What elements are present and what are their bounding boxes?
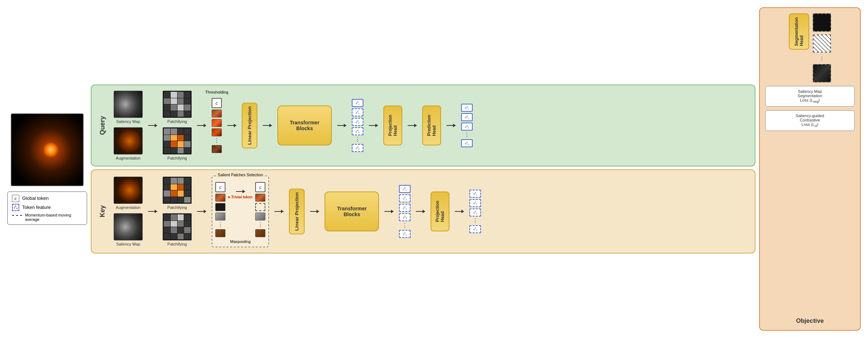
loss2-box: Saliency-guidedContrastiveLoss (Lcl) (765, 110, 855, 131)
query-patch1-label: Patchifying (167, 119, 187, 124)
salient-right-patch-n (255, 229, 265, 237)
key-arrow5 (384, 209, 394, 214)
key-arrow4 (310, 209, 319, 214)
on-key: okn (469, 225, 481, 233)
salient-right-patch-1 (255, 194, 265, 202)
loss1-label: Saliency MapSegmentationLoss (Lseg) (798, 89, 822, 102)
key-proj-head: ProjectionHead (431, 191, 449, 231)
token-patch-1 (212, 110, 222, 118)
key-patch-pair: Patchifying Patchifying (163, 177, 192, 246)
query-transformer-label: TransformerBlocks (290, 120, 319, 131)
left-section: c Global token zkn Token feature Momentu… (7, 114, 87, 225)
legend-item-global: c Global token (12, 195, 82, 202)
key-panel: Key Augmentation Saliency Map (91, 169, 755, 254)
seg-head: SegmentationHead (789, 13, 809, 50)
key-patch1-label: Patchifying (167, 205, 187, 210)
z3-key: zk3 (399, 213, 411, 221)
query-transformer: TransformerBlocks (277, 106, 332, 145)
z-dots-query: ⋮ (355, 137, 360, 143)
salient-dots-1: ⋮ (217, 222, 223, 228)
legend-global-label: Global token (22, 195, 49, 201)
legend-token-feature-label: Token feature (22, 205, 51, 210)
query-panel: Query Saliency Map Augmentation (91, 84, 755, 166)
query-token-stack: c ⋮ (212, 98, 222, 153)
query-image-pair: Saliency Map Augmentation (114, 91, 143, 160)
salient-token-c: c (215, 182, 225, 192)
legend-box: c Global token zkn Token feature Momentu… (7, 191, 87, 225)
legend-item-token: zkn Token feature (12, 204, 82, 211)
key-augmentation-label: Augmentation (116, 205, 140, 210)
salient-inner-arrow (236, 189, 245, 194)
z2-query: zq2 (352, 118, 363, 126)
o2-query: oq2 (461, 123, 473, 131)
panels-section: Query Saliency Map Augmentation (91, 84, 755, 254)
loss2-label: Saliency-guidedContrastiveLoss (Lcl) (796, 114, 824, 127)
salient-patches-label: Salient Patches Selection (216, 173, 265, 177)
salient-patch-n (215, 229, 225, 237)
objective-panel: SegmentationHead ⋮ Saliency MapSegmentat… (759, 7, 861, 331)
key-arrow3 (274, 209, 284, 214)
o2-key: ok2 (469, 209, 481, 217)
query-arrow2 (197, 123, 206, 128)
query-saliency-label: Saliency Map (116, 119, 140, 124)
query-pred-head-label: PredictionHead (427, 115, 437, 136)
query-augmentation-thumb (114, 127, 143, 154)
key-patch2-label: Patchifying (167, 242, 187, 246)
salient-patches-box: Salient Patches Selection c ⋮ (212, 176, 269, 247)
key-linear-proj-label: Linear Projection (294, 192, 299, 231)
on-query: oqn (461, 139, 473, 147)
legend-c-token: c (12, 195, 19, 202)
token-c-query: c (212, 98, 222, 108)
z2-key: zk2 (399, 204, 411, 212)
key-label: Key (99, 205, 106, 217)
salient-right-c: c (255, 182, 265, 192)
salient-patch-2 (215, 203, 225, 211)
query-saliency-grid (163, 91, 192, 118)
key-arrow2 (197, 209, 206, 214)
loss1-box: Saliency MapSegmentationLoss (Lseg) (765, 86, 855, 107)
seg-head-label: SegmentationHead (794, 17, 804, 46)
salient-right-patch-3 (255, 213, 265, 220)
legend-dashed-arrow (12, 215, 22, 219)
token-patch-n (212, 145, 222, 153)
key-transformer-label: TransformerBlocks (337, 206, 367, 217)
key-augmentation-thumb (114, 177, 143, 204)
query-token-area: Thresholding c ⋮ (212, 98, 222, 153)
query-arrow5 (337, 123, 346, 128)
query-arrow8 (447, 123, 456, 128)
salient-left-tokens: c ⋮ (215, 182, 225, 237)
query-linear-proj-label: Linear Projection (247, 106, 252, 145)
token-patch-3 (212, 128, 222, 136)
query-label: Query (99, 116, 106, 135)
z-c-query: zqc (352, 99, 363, 107)
salient-dots-2: ⋮ (257, 222, 263, 228)
main-container: c Global token zkn Token feature Momentu… (0, 0, 868, 338)
key-o-stack: okc ok1 ok2 ⋮ okn (469, 190, 481, 233)
query-patch-pair: Patchifying Patchifying (163, 91, 192, 160)
query-patch2-label: Patchifying (167, 156, 187, 160)
z1-query: zq1 (352, 108, 363, 116)
key-z-stack: zkc zk1 zk2 zk3 ⋮ zkn (399, 185, 411, 238)
thresholding-label: Thresholding (205, 90, 228, 94)
query-linear-proj: Linear Projection (242, 103, 257, 148)
query-arrow1 (148, 123, 157, 128)
maxpooling-label: Maxpooling (215, 239, 265, 244)
query-o-stack: oqc oq1 oq2 ⋮ oqn (461, 104, 473, 147)
query-z-stack: zqc zq1 zq2 zq3 ⋮ zqn (352, 99, 363, 152)
o-c-key: okc (469, 190, 481, 198)
key-linear-proj: Linear Projection (289, 189, 305, 234)
o-dots-key: ⋮ (472, 218, 478, 224)
key-retina-grid (163, 177, 192, 204)
key-saliency-label: Saliency Map (116, 242, 140, 246)
legend-item-momentum: Momentum-based moving average (12, 213, 82, 222)
z1-key: zk1 (399, 194, 411, 202)
salient-right-tokens: c ⋮ (255, 182, 265, 237)
trivial-token-label: Trivial token (231, 195, 252, 199)
token-patch-2 (212, 119, 222, 127)
query-pred-head: PredictionHead (422, 106, 441, 145)
salient-right-trivial (255, 203, 265, 211)
legend-z-symbol: zkn (13, 205, 17, 210)
z-c-key: zkc (399, 185, 411, 193)
o-dots-query: ⋮ (464, 132, 470, 138)
key-arrow6 (416, 209, 425, 214)
